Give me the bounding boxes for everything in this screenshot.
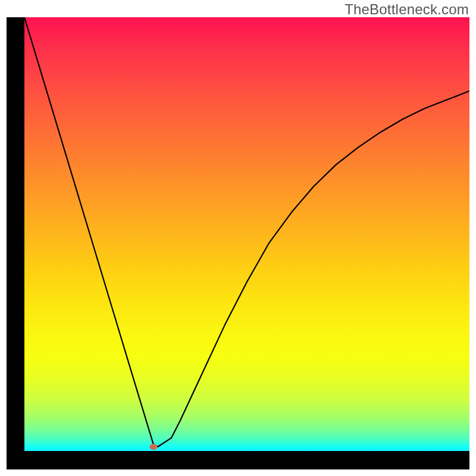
image-root: TheBottleneck.com bbox=[0, 0, 476, 476]
watermark-text: TheBottleneck.com bbox=[345, 1, 469, 18]
plot-frame-black-border bbox=[7, 17, 469, 469]
plot-area bbox=[24, 17, 469, 451]
bottleneck-curve-svg bbox=[24, 17, 469, 451]
bottleneck-curve-path bbox=[24, 17, 469, 447]
optimum-marker-dot bbox=[149, 444, 157, 450]
